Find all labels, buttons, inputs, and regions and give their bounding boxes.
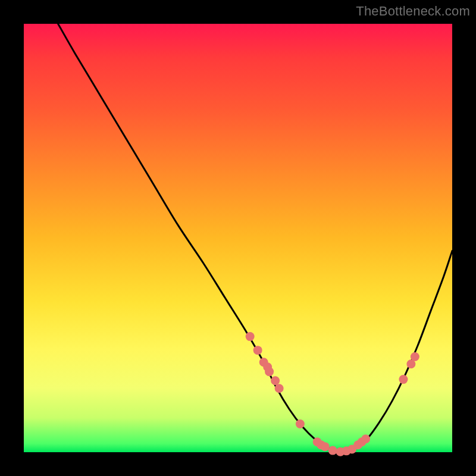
marker-dot <box>361 434 370 443</box>
marker-dot <box>328 446 337 455</box>
watermark-text: TheBottleneck.com <box>356 4 470 19</box>
curve-svg <box>24 24 452 452</box>
marker-dot <box>275 384 284 393</box>
marker-dot <box>253 346 262 355</box>
plot-area <box>24 24 452 452</box>
bottleneck-curve-path <box>58 24 452 452</box>
marker-dot <box>321 442 330 451</box>
marker-dot <box>265 367 274 376</box>
marker-dot <box>296 419 305 428</box>
marker-dot <box>246 332 255 341</box>
marker-dot <box>399 375 408 384</box>
marker-dot <box>271 376 280 385</box>
marker-group <box>246 332 419 456</box>
marker-dot <box>411 352 419 361</box>
chart-frame: TheBottleneck.com <box>0 0 476 476</box>
